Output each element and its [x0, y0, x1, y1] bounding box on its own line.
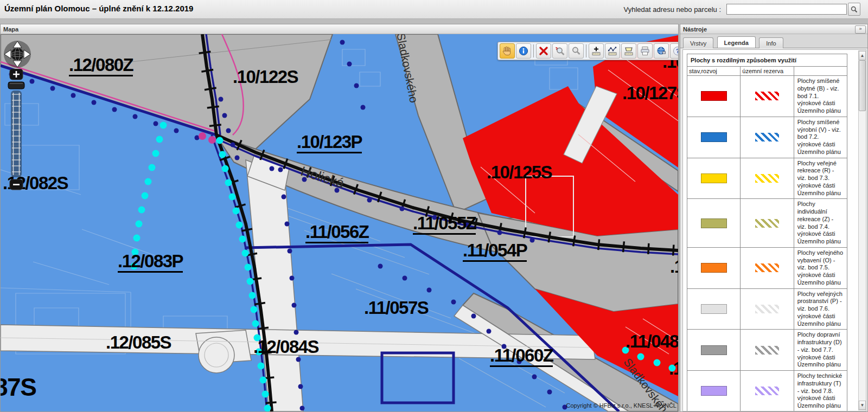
legend-col-desc [794, 67, 847, 76]
tools-panel: Nástroje » Vrstvy Legenda Info Plochy s … [680, 24, 868, 412]
status-swatch [701, 132, 727, 142]
cyan-dot [152, 150, 159, 157]
legend-scrollbar[interactable]: ▲ ▼ [858, 50, 866, 410]
cyan-dot [262, 391, 269, 398]
map-toolbar: ? [497, 42, 678, 60]
search-input[interactable] [726, 4, 847, 15]
question-icon: ? [672, 46, 678, 56]
scroll-down-arrow-icon[interactable]: ▼ [859, 401, 866, 410]
zoom-previous-button[interactable] [569, 43, 584, 59]
measure-line-icon [607, 46, 618, 56]
legend-row: Plochy veřejných prostranství (P) - viz.… [687, 288, 847, 330]
reserve-hatch-swatch [755, 346, 779, 355]
search-area: Vyhledat adresu nebo parcelu : [624, 3, 860, 16]
legend-content: Plochy s rozdílným způsobem využití stav… [682, 49, 866, 411]
navy-dot [154, 121, 158, 126]
search-button[interactable] [848, 3, 860, 16]
cyan-dot [256, 349, 263, 356]
legend-col-rezerva: územní rezerva [741, 67, 794, 76]
reserve-hatch-swatch [755, 387, 779, 395]
navy-dot [487, 329, 492, 334]
legend-row: Plochy individuální rekreace (Z) - viz. … [687, 199, 847, 248]
reserve-hatch-swatch [755, 219, 779, 228]
navy-dot [302, 177, 307, 182]
print-button[interactable] [637, 43, 653, 59]
navy-dot [282, 195, 286, 199]
measure-area-button[interactable] [621, 43, 636, 59]
legend-desc: Plochy individuální rekreace (Z) - viz. … [794, 199, 847, 248]
cyan-dot [138, 207, 145, 214]
tab-vrstvy[interactable]: Vrstvy [683, 37, 713, 48]
navy-dot [92, 100, 97, 105]
svg-text:?: ? [676, 48, 678, 54]
map-panel-title: Mapa [1, 24, 678, 34]
legend-desc: Plochy veřejné rekreace (R) - viz. bod 7… [794, 158, 847, 199]
navy-dot [427, 288, 432, 293]
magnifier-icon [571, 46, 582, 56]
navy-dot [547, 390, 552, 395]
reserve-hatch-swatch [755, 305, 779, 313]
legend-desc: Plochy technické infrastruktury (T) - vi… [794, 371, 847, 412]
navy-dot [432, 215, 437, 220]
magenta-dot [208, 136, 216, 144]
scrollbar-thumb[interactable] [859, 60, 866, 111]
compass-control[interactable] [2, 38, 33, 70]
navy-dot [219, 97, 224, 102]
app-header: Územní plán Olomouc – úplné znění k 12.1… [0, 0, 868, 19]
measure-point-icon [591, 46, 602, 56]
toolbar-separator [586, 44, 586, 57]
navy-dot [361, 105, 366, 110]
clear-selection-button[interactable] [536, 43, 551, 59]
measure-line-button[interactable] [605, 43, 620, 59]
cyan-dot [247, 278, 254, 285]
navy-dot [367, 198, 372, 203]
navy-dot [378, 264, 383, 269]
overview-button[interactable] [654, 43, 669, 59]
navy-dot [298, 384, 303, 389]
cyan-dot [222, 165, 229, 172]
map-viewport[interactable]: .12/080Z.10/122S.10/123P.12/082S.11/056Z… [1, 34, 678, 411]
zoom-slider[interactable] [7, 69, 27, 191]
cyan-dot [216, 137, 224, 144]
scroll-up-arrow-icon[interactable]: ▲ [859, 51, 866, 60]
navy-dot [532, 375, 537, 379]
tab-info[interactable]: Info [759, 37, 783, 48]
navy-dot [354, 83, 359, 88]
globe-icon [656, 46, 667, 56]
zoom-selection-icon [554, 46, 565, 56]
cyan-dot [264, 405, 271, 412]
cyan-dot [654, 359, 661, 366]
navy-dot [340, 40, 345, 45]
navy-dot [174, 128, 179, 133]
help-button[interactable]: ? [670, 43, 678, 59]
measure-point-button[interactable] [589, 43, 604, 59]
navy-dot [285, 222, 290, 227]
cyan-dot [131, 263, 138, 270]
cyan-dot [219, 151, 226, 158]
legend-title: Plochy s rozdílným způsobem využití [687, 54, 847, 67]
identify-button[interactable] [516, 43, 531, 59]
navy-dot [400, 207, 405, 211]
reserve-hatch-swatch [755, 92, 779, 100]
navy-dot [335, 188, 340, 193]
navy-dot [296, 357, 301, 362]
zoom-slider-track[interactable] [11, 91, 22, 177]
cyan-dot [252, 320, 259, 327]
pan-button[interactable] [500, 43, 515, 59]
map-canvas[interactable] [1, 34, 678, 411]
legend-desc: Plochy veřejného vybavení (O) - viz. bod… [794, 247, 847, 288]
navy-dot [50, 86, 55, 91]
search-label: Vyhledat adresu nebo parcelu : [624, 5, 721, 14]
magnifier-icon [851, 6, 858, 13]
reserve-hatch-swatch [755, 133, 779, 141]
navy-dot [30, 79, 35, 84]
cyan-dot [239, 236, 246, 243]
tab-legenda[interactable]: Legenda [717, 36, 756, 48]
printer-icon [640, 46, 650, 56]
zoom-selection-button[interactable] [552, 43, 567, 59]
zoom-slider-handle[interactable] [8, 82, 24, 89]
cyan-dot [233, 208, 240, 215]
collapse-panel-button[interactable]: » [855, 25, 866, 34]
navy-dot [133, 114, 138, 119]
cyan-dot [133, 235, 141, 242]
